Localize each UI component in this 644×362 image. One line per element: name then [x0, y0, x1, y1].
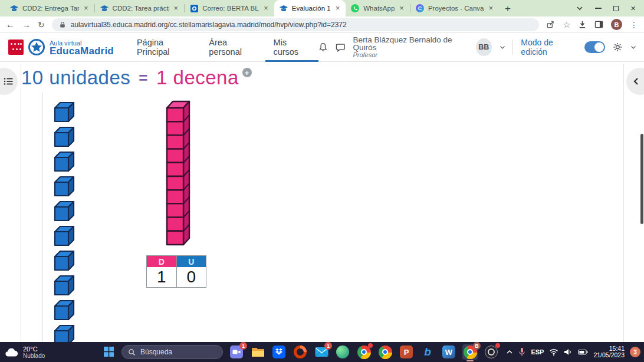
screen: CDD2: Entrega Tarea P×CDD2: Tarea prácti…: [0, 0, 644, 362]
language-indicator[interactable]: ESP: [531, 348, 544, 356]
settings-chevron-icon[interactable]: [630, 45, 636, 50]
unit-cube: [53, 126, 75, 147]
taskbar-apps: 11PbWB: [229, 344, 499, 360]
tab-close-icon[interactable]: ×: [334, 5, 341, 12]
tab-close-icon[interactable]: ×: [262, 5, 270, 12]
clock-date: 21/05/2023: [593, 352, 625, 359]
url-text: aulavirtual35.educa.madrid.org/cc.stella…: [71, 21, 347, 29]
share-icon[interactable]: [546, 20, 555, 29]
unit-cube: [53, 225, 75, 246]
taskbar-app-bing[interactable]: b: [420, 344, 435, 360]
wifi-icon[interactable]: [549, 348, 558, 356]
tab-close-icon[interactable]: ×: [398, 5, 405, 12]
page-scrollbar[interactable]: [640, 134, 643, 224]
new-tab-button[interactable]: +: [505, 4, 511, 14]
taskbar-app-powerpoint[interactable]: P: [399, 344, 414, 360]
restore-button[interactable]: [613, 6, 619, 11]
obs-notification-dot: [495, 343, 500, 348]
window-controls: ×: [576, 5, 644, 12]
forward-button[interactable]: →: [22, 19, 31, 29]
educamadrid-logo[interactable]: Aula virtual EducaMadrid: [8, 38, 114, 56]
edit-mode-toggle[interactable]: [584, 41, 605, 53]
units-header-cell: U: [176, 256, 206, 267]
nav-item-0[interactable]: Página Principal: [129, 33, 201, 62]
browser-tab-5[interactable]: CProyectos - Canva×: [410, 0, 499, 17]
browser-toolbar: ← → ↻ aulavirtual35.educa.madrid.org/cc.…: [0, 17, 644, 33]
start-button[interactable]: [104, 347, 114, 359]
list-icon: [4, 77, 13, 85]
tens-rod: [165, 100, 191, 249]
reload-button[interactable]: ↻: [38, 20, 45, 29]
title-equals: =: [139, 69, 148, 87]
weather-widget[interactable]: 20°C Nublado: [5, 342, 45, 362]
browser-tab-1[interactable]: CDD2: Tarea práctica E×: [95, 0, 185, 17]
back-button[interactable]: ←: [6, 19, 15, 29]
chevron-left-icon: [633, 77, 639, 85]
browser-profile-avatar[interactable]: B: [611, 19, 622, 30]
tens-header-cell: D: [147, 256, 176, 267]
unit-cubes-column: [53, 101, 75, 342]
taskbar-app-chrome-secondary[interactable]: [356, 344, 372, 360]
minimize-button[interactable]: [595, 8, 602, 9]
taskbar-app-teams[interactable]: 1: [229, 344, 244, 360]
tab-title: Correo: BERTA BLAZQ: [202, 5, 259, 12]
download-icon[interactable]: [578, 20, 587, 29]
user-menu-chevron-icon[interactable]: [500, 45, 505, 50]
browser-tab-0[interactable]: CDD2: Entrega Tarea P×: [5, 0, 94, 17]
gear-icon[interactable]: [613, 42, 623, 52]
tab-close-icon[interactable]: ×: [488, 5, 495, 12]
moodle-nav: Página PrincipalÁrea personalMis cursos: [129, 33, 318, 62]
nav-item-1[interactable]: Área personal: [201, 33, 265, 62]
close-window-button[interactable]: ×: [630, 5, 636, 12]
browser-tab-4[interactable]: WhatsApp×: [346, 0, 410, 17]
taskbar-app-dropbox[interactable]: [271, 344, 287, 360]
taskbar-app-word[interactable]: W: [441, 344, 456, 360]
taskbar-app-chrome[interactable]: [377, 344, 393, 360]
taskbar-app-edge[interactable]: [335, 344, 350, 360]
educamadrid-favicon: [279, 4, 288, 13]
course-index-drawer-button[interactable]: [0, 68, 18, 95]
mail-badge: 1: [324, 342, 332, 350]
nav-item-2[interactable]: Mis cursos: [265, 33, 318, 62]
chrome-secondary-notification-dot: [368, 343, 373, 348]
lesson-title: 10 unidades = 1 decena +: [21, 67, 252, 89]
address-bar[interactable]: aulavirtual35.educa.madrid.org/cc.stella…: [52, 18, 540, 31]
add-button[interactable]: +: [242, 68, 252, 77]
tray-chevron-up-icon[interactable]: [506, 350, 513, 354]
canva-favicon: C: [415, 4, 425, 13]
notifications-bell-icon[interactable]: [318, 42, 328, 52]
side-panel-icon[interactable]: [594, 20, 603, 29]
taskbar-app-office[interactable]: [293, 344, 308, 360]
tab-close-icon[interactable]: ×: [173, 5, 180, 12]
educamadrid-favicon: [9, 4, 19, 13]
h5p-activity: 10 unidades = 1 decena + D U 1 0: [0, 62, 644, 342]
browser-menu-icon[interactable]: ⋮: [630, 20, 638, 29]
microphone-icon[interactable]: [518, 347, 525, 357]
bookmark-star-icon[interactable]: ☆: [563, 20, 570, 29]
chevron-down-icon[interactable]: [576, 6, 583, 11]
activity-left-border: [42, 93, 42, 342]
unit-cube: [53, 275, 75, 296]
unit-cube: [53, 250, 75, 271]
tab-title: Proyectos - Canva: [428, 5, 484, 12]
taskbar-app-mail[interactable]: 1: [314, 344, 329, 360]
taskbar-app-file-explorer[interactable]: [250, 344, 265, 360]
user-avatar[interactable]: BB: [476, 38, 492, 56]
notification-count-badge[interactable]: 3: [630, 347, 640, 357]
messages-icon[interactable]: [336, 42, 346, 52]
tab-title: Evaluación 1: [292, 5, 331, 12]
taskbar-app-chrome-profile[interactable]: B: [462, 344, 478, 360]
browser-tab-2[interactable]: Correo: BERTA BLAZQ×: [185, 0, 274, 17]
user-role: Profesor: [353, 51, 468, 59]
content-right-border: [623, 64, 624, 342]
unit-cube: [53, 300, 75, 321]
blocks-drawer-button[interactable]: [626, 68, 644, 95]
unit-cube: [53, 324, 75, 342]
browser-tab-3[interactable]: Evaluación 1×: [274, 0, 346, 17]
battery-icon[interactable]: [578, 348, 588, 356]
speaker-icon[interactable]: [564, 348, 573, 356]
taskbar-clock[interactable]: 15:41 21/05/2023: [593, 345, 625, 359]
taskbar-app-obs[interactable]: [484, 344, 499, 360]
tab-close-icon[interactable]: ×: [83, 5, 90, 12]
taskbar-search[interactable]: Búsqueda: [121, 345, 223, 359]
